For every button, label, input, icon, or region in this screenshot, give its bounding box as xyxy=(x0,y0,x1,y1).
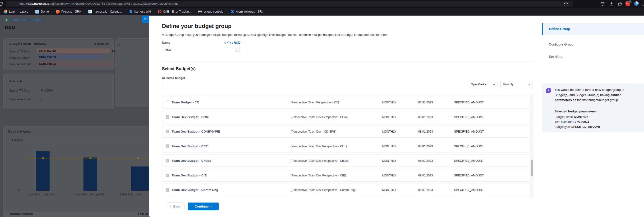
bookmark-favicon xyxy=(230,10,234,14)
budget-checkbox[interactable] xyxy=(166,100,169,104)
budget-start-date: 08/01/2023 xyxy=(418,145,433,148)
id-row: Id i : R&D xyxy=(224,41,240,44)
breadcrumb-cloud-costs[interactable]: Cloud Costs xyxy=(10,18,27,22)
bookmark-item[interactable]: Alerts followup - SR... xyxy=(230,10,264,14)
bookmark-label: gcloud console xyxy=(204,10,223,13)
account-icon[interactable] xyxy=(634,1,639,6)
budget-start-date: 08/01/2023 xyxy=(418,130,433,133)
wizard-step-define-group[interactable]: Define Group xyxy=(542,23,644,35)
history-bar[interactable] xyxy=(84,158,97,191)
bookmark-label: Login – Lattice xyxy=(9,10,28,13)
footer-divider xyxy=(149,214,538,214)
screen: https://app.harness.io/ng/account/wFHXHD… xyxy=(0,0,644,217)
budget-start-date: 07/31/2023 xyxy=(418,101,433,104)
bell-icon xyxy=(40,88,44,92)
bookmark-item[interactable]: Domo xyxy=(35,10,48,14)
budget-checkbox[interactable] xyxy=(166,174,169,177)
budget-type: SPECIFIED_AMOUNT xyxy=(454,159,484,162)
extension-thumb-icon[interactable] xyxy=(618,2,622,6)
budget-checkbox[interactable] xyxy=(166,144,169,148)
budget-line-point[interactable] xyxy=(137,157,139,159)
budget-period-filter-dropdown[interactable]: Monthly xyxy=(500,81,533,88)
bookmark-label: Projects - JIRA xyxy=(62,10,81,13)
budget-type: SPECIFIED_AMOUNT xyxy=(454,101,484,104)
bookmark-item[interactable]: gcloud console xyxy=(198,10,223,13)
partial-card-title: R xyxy=(117,43,120,46)
budget-line-point[interactable] xyxy=(90,157,92,159)
forecasted-cost-label: Forecasted cost xyxy=(9,62,31,66)
bookmark-item[interactable]: CAE - Error Trackin... xyxy=(158,10,191,13)
bookmark-star-icon[interactable] xyxy=(564,2,568,6)
budget-row[interactable]: Team Dev Budget - CET [Perspective: Team… xyxy=(162,140,530,152)
budget-checkbox[interactable] xyxy=(166,115,169,119)
onepassword-badge: 1 xyxy=(628,0,632,3)
budget-type: SPECIFIED_AMOUNT xyxy=(454,145,484,148)
history-bar[interactable] xyxy=(131,166,149,191)
budget-checkbox[interactable] xyxy=(166,188,169,192)
url-domain: app.harness.io xyxy=(28,2,50,6)
budget-period-heading: Budget Period - monthly xyxy=(9,42,46,46)
bookmark-favicon xyxy=(158,10,162,13)
continue-button[interactable]: Continue› xyxy=(188,202,218,210)
alert-forecast-value: - xyxy=(40,98,42,101)
list-scrollbar[interactable] xyxy=(530,94,534,199)
budget-row[interactable]: Team Dev Budget - CD-SPG-PIE [Perspectiv… xyxy=(162,125,530,138)
budget-perspective: [Perspective: Team Dev Perspective - CCM… xyxy=(291,116,348,119)
bookmark-label: Domo xyxy=(41,10,48,13)
budget-perspective: [Perspective: Team Dev Perspective - CIE… xyxy=(291,174,346,177)
info-text: You would be able to form a new budget g… xyxy=(554,87,638,103)
budget-row[interactable]: Team Dev Budget - Comm Eng [Perspective:… xyxy=(162,184,530,196)
y-axis-top-label: $ 160000 xyxy=(12,139,23,142)
alerts-heading: Alerts at xyxy=(9,80,22,83)
budget-checkbox[interactable] xyxy=(166,159,169,162)
wizard-step-set-alerts[interactable]: Set Alerts xyxy=(542,51,644,62)
pocket-icon[interactable] xyxy=(600,2,605,6)
download-icon[interactable] xyxy=(610,2,614,6)
budget-name: Team Dev Budget - CET xyxy=(172,144,208,148)
budget-perspective: [Perspective: Team Dev - CD-SPG] xyxy=(291,130,336,133)
budget-perspective: [Perspective: Team Dev Perspective - Com… xyxy=(291,188,356,192)
forecast-value: $135,348.33 xyxy=(39,62,56,66)
browser-menu-icon[interactable] xyxy=(642,2,644,6)
budget-start-date: 08/01/2023 xyxy=(418,174,433,177)
budget-checkbox[interactable] xyxy=(166,130,169,133)
url-path: /ng/account/wFHXHD0RRQWoO8tIZT5YVw/ce/bu… xyxy=(50,2,178,6)
bookmark-favicon xyxy=(88,10,92,14)
budget-period-filter-value: Monthly xyxy=(503,82,514,86)
bookmark-item[interactable]: harness wiki xyxy=(129,10,151,14)
budget-row[interactable]: Team Dev Budget - CCM [Perspective: Team… xyxy=(162,111,530,123)
wizard-step-configure-group[interactable]: Configure Group xyxy=(542,38,644,50)
modal-title: Define your budget group xyxy=(162,23,232,30)
id-value[interactable]: : R&D xyxy=(232,41,240,44)
edit-name-icon[interactable]: ✎ xyxy=(235,48,238,52)
budget-row[interactable]: Team Dev Budget - CIE [Perspective: Team… xyxy=(162,169,530,182)
back-button[interactable]: ‹Back xyxy=(166,202,184,210)
id-info-icon[interactable]: i xyxy=(228,41,231,44)
breadcrumb-budgets[interactable]: Budgets xyxy=(30,18,42,22)
chevron-down-icon xyxy=(493,84,495,85)
bookmark-label: CAE - Error Trackin... xyxy=(163,10,191,13)
close-icon[interactable]: ✕ xyxy=(142,16,149,23)
budget-name: Team Dev Budget - Chaos xyxy=(172,159,211,162)
breadcrumb: Cloud Costs>Budgets> xyxy=(10,18,46,22)
name-input[interactable] xyxy=(162,46,240,53)
partial-card: R xyxy=(116,38,149,107)
budget-row[interactable]: Team Dev Budget - Chaos [Perspective: Te… xyxy=(162,154,530,167)
budget-type-filter-dropdown[interactable]: Specified a ... xyxy=(469,81,498,88)
url-text[interactable]: https://app.harness.io/ng/account/wFHXHD… xyxy=(18,2,178,6)
budget-perspective: [Perspective: Team Perspective - CX] xyxy=(291,101,339,104)
bookmark-item[interactable]: Login – Lattice xyxy=(4,10,28,14)
budget-line-point[interactable] xyxy=(42,157,44,159)
selected-budget-input[interactable] xyxy=(162,81,463,88)
bookmark-item[interactable]: Projects - JIRA xyxy=(56,10,81,14)
bookmark-label: harness.io - Calend... xyxy=(94,10,122,13)
scrollbar-thumb[interactable] xyxy=(531,160,533,176)
budget-period: MONTHLY xyxy=(382,188,396,192)
budget-name: Team Dev Budget - Comm Eng xyxy=(172,188,218,192)
cloud-costs-icon: $ xyxy=(5,19,8,22)
url-scheme: https:// xyxy=(18,2,28,6)
bookmark-item[interactable]: harness.io - Calend... xyxy=(88,10,122,14)
shield-icon[interactable] xyxy=(0,2,3,6)
budget-row[interactable]: Team Budget - CX [Perspective: Team Pers… xyxy=(162,96,530,108)
budget-amount-value: $104,450.00 xyxy=(39,56,56,59)
